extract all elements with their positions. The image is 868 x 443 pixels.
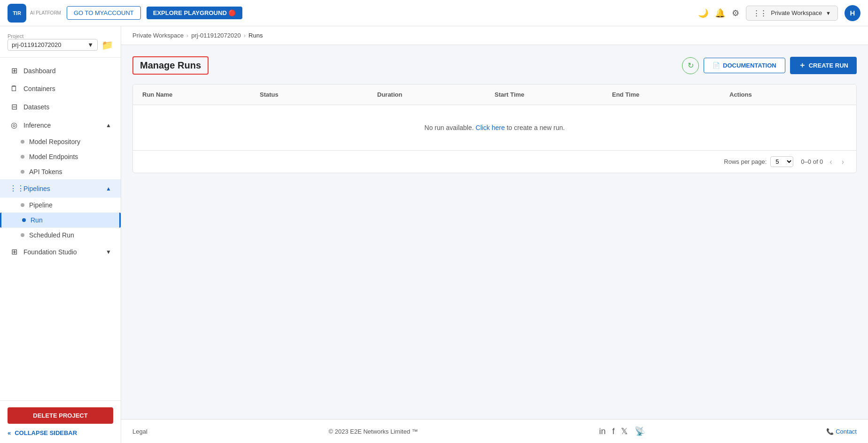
containers-icon: 🗒 [9,84,19,93]
workspace-label: Private Workspace [771,9,822,16]
content-area: Private Workspace › prj-011912072020 › R… [121,26,868,443]
copyright: © 2023 E2E Networks Limited ™ [329,428,418,435]
page-actions: ↻ 📄 DOCUMENTATION ＋ CREATE RUN [682,57,857,74]
workspace-selector[interactable]: ⋮⋮ Private Workspace ▼ [746,6,838,21]
documentation-button[interactable]: 📄 DOCUMENTATION [704,58,785,73]
api-tokens-dot [21,170,24,174]
table-header: Run Name Status Duration Start Time End … [133,84,856,105]
sidebar-item-model-repository[interactable]: Model Repository [0,134,121,149]
breadcrumb-workspace[interactable]: Private Workspace [132,32,184,39]
model-repository-dot [21,140,24,144]
rows-per-page-select[interactable]: 5 10 25 [770,156,793,167]
dashboard-icon: ⊞ [9,66,19,75]
new-project-button[interactable]: 📁 [101,39,113,51]
sidebar-item-foundation-studio[interactable]: ⊞ Foundation Studio ▼ [0,243,121,261]
collapse-sidebar-button[interactable]: « COLLAPSE SIDEBAR [8,429,77,436]
run-dot [22,218,26,222]
sidebar-subitem-label: Model Endpoints [29,153,78,160]
rss-icon[interactable]: 📡 [635,426,645,436]
sidebar-subitem-label: Pipeline [29,201,53,209]
sidebar-item-label: Datasets [23,103,49,111]
col-actions: Actions [729,91,847,98]
collapse-icon: « [8,429,11,436]
legal-link[interactable]: Legal [132,428,147,435]
sidebar-item-label: Pipelines [23,185,50,192]
sidebar-item-run[interactable]: Run [0,213,121,228]
sidebar-subitem-label: Model Repository [29,138,80,145]
empty-text: No run available. [425,124,474,131]
runs-table: Run Name Status Duration Start Time End … [132,84,857,173]
page-header: Manage Runs ↻ 📄 DOCUMENTATION ＋ CREATE R… [132,56,857,75]
sidebar-project: Project prj-011912072020 ▼ 📁 [0,26,121,58]
inference-icon: ◎ [9,121,19,130]
table-footer: Rows per page: 5 10 25 0–0 of 0 ‹ › [133,150,856,173]
datasets-icon: ⊟ [9,102,19,111]
page-title: Manage Runs [132,56,209,75]
phone-icon: 📞 [826,428,834,435]
project-label: Project [8,33,98,39]
user-avatar[interactable]: H [845,5,860,21]
twitter-icon[interactable]: 𝕏 [621,426,628,436]
main-layout: Project prj-011912072020 ▼ 📁 ⊞ Dashboard… [0,26,868,443]
go-to-myaccount-button[interactable]: GO TO MYACCOUNT [67,6,141,20]
logo-text: TIR [13,10,21,16]
sidebar-item-pipelines[interactable]: ⋮⋮ Pipelines ▲ [0,179,121,198]
dark-mode-toggle[interactable]: 🌙 [698,8,708,18]
logo-icon: TIR [8,4,26,23]
breadcrumb-project[interactable]: prj-011912072020 [191,32,241,39]
sidebar-item-dashboard[interactable]: ⊞ Dashboard [0,61,121,80]
settings-button[interactable]: ⚙ [732,8,739,18]
logo: TIR AI PLATFORM [8,4,61,23]
contact-label: Contact [836,428,857,435]
sidebar-navigation: ⊞ Dashboard 🗒 Containers ⊟ Datasets ◎ In… [0,58,121,400]
sidebar-item-api-tokens[interactable]: API Tokens [0,164,121,179]
col-end-time: End Time [612,91,729,98]
next-page-button[interactable]: › [839,157,847,167]
pipelines-expand-icon: ▲ [106,185,111,192]
contact-link[interactable]: 📞 Contact [826,428,857,435]
sidebar-subitem-label: Scheduled Run [29,231,74,239]
footer-social: in f 𝕏 📡 [599,426,645,436]
breadcrumb: Private Workspace › prj-011912072020 › R… [121,26,868,45]
sidebar-item-scheduled-run[interactable]: Scheduled Run [0,228,121,243]
refresh-button[interactable]: ↻ [682,57,699,74]
project-select[interactable]: prj-011912072020 ▼ [8,39,98,51]
navbar-left: TIR AI PLATFORM GO TO MYACCOUNT EXPLORE … [8,4,242,23]
linkedin-icon[interactable]: in [599,427,605,436]
col-status: Status [260,91,377,98]
pagination: 0–0 of 0 ‹ › [801,157,847,167]
sidebar-item-model-endpoints[interactable]: Model Endpoints [0,149,121,164]
explore-playground-button[interactable]: EXPLORE PLAYGROUND 🔴 [147,7,243,19]
page-content: Manage Runs ↻ 📄 DOCUMENTATION ＋ CREATE R… [121,45,868,419]
sidebar-item-inference[interactable]: ◎ Inference ▲ [0,116,121,134]
create-run-button[interactable]: ＋ CREATE RUN [790,57,857,74]
sidebar-item-label: Dashboard [23,67,56,75]
col-duration: Duration [377,91,495,98]
rows-per-page-label: Rows per page: [724,158,767,165]
pagination-range: 0–0 of 0 [801,158,823,165]
sidebar-item-datasets[interactable]: ⊟ Datasets [0,98,121,116]
docs-label: DOCUMENTATION [723,62,776,69]
pipeline-dot [21,203,24,207]
sidebar-item-containers[interactable]: 🗒 Containers [0,80,121,98]
rows-per-page-control: Rows per page: 5 10 25 [724,156,793,167]
workspace-icon: ⋮⋮ [753,9,767,17]
col-start-time: Start Time [495,91,612,98]
col-run-name: Run Name [142,91,260,98]
sidebar-item-label: Foundation Studio [23,248,77,256]
facebook-icon[interactable]: f [612,427,614,436]
prev-page-button[interactable]: ‹ [827,157,835,167]
create-label: CREATE RUN [809,62,848,69]
project-chevron-icon: ▼ [87,41,93,48]
workspace-chevron-icon: ▼ [826,10,831,16]
delete-project-button[interactable]: DELETE PROJECT [8,407,113,424]
sidebar: Project prj-011912072020 ▼ 📁 ⊞ Dashboard… [0,26,121,443]
foundation-studio-icon: ⊞ [9,247,19,256]
sidebar-item-pipeline[interactable]: Pipeline [0,198,121,213]
breadcrumb-sep-2: › [244,32,246,39]
notifications-button[interactable]: 🔔 [715,8,725,18]
create-icon: ＋ [798,61,806,70]
breadcrumb-current: Runs [248,32,263,39]
navbar-right: 🌙 🔔 ⚙ ⋮⋮ Private Workspace ▼ H [698,5,860,21]
create-run-link[interactable]: Click here [476,124,505,131]
